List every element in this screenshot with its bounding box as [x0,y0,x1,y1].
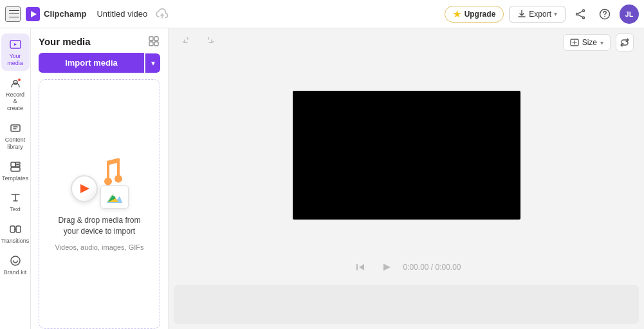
image-card-icon [100,185,129,209]
export-button[interactable]: Export ▾ [509,6,566,23]
drop-zone-illustration [71,157,129,209]
svg-rect-24 [154,42,158,46]
sidebar-label-content-library: Contentlibrary [5,136,26,151]
import-media-button[interactable]: Import media [39,53,144,73]
time-current: 0:00.00 [403,263,428,272]
time-separator: / [431,263,436,272]
svg-rect-22 [154,37,158,41]
upgrade-button[interactable]: ★ Upgrade [445,6,504,23]
brand-kit-icon [8,254,23,268]
your-media-icon [8,37,23,52]
play-circle-icon [71,175,98,202]
sidebar-item-your-media[interactable]: Yourmedia [1,33,30,71]
sidebar-label-your-media: Yourmedia [7,53,23,67]
share-network-button[interactable] [571,5,590,24]
undo-button[interactable] [179,33,197,52]
media-drop-zone[interactable]: Drag & drop media from your device to im… [39,79,160,329]
svg-point-5 [576,13,578,15]
record-create-icon [8,76,23,90]
svg-point-12 [18,79,21,81]
cloud-save-icon [155,7,169,21]
drop-zone-secondary-text: Videos, audio, images, GIFs [55,243,144,251]
svg-rect-19 [16,226,21,232]
export-chevron-icon: ▾ [554,10,557,17]
sidebar-label-transitions: Transitions [1,238,30,245]
import-button-row: Import media ▾ [31,53,168,79]
time-display: 0:00.00 / 0:00.00 [403,263,461,272]
sidebar-item-text[interactable]: Text [1,187,30,217]
svg-rect-33 [356,264,358,270]
transitions-icon [8,222,23,236]
sidebar-item-brand-kit[interactable]: Brand kit [1,250,30,280]
size-chevron-icon: ▾ [600,39,603,46]
sidebar-label-brand-kit: Brand kit [4,269,27,276]
content-library-icon [8,121,23,135]
svg-point-3 [583,10,585,12]
share-icon [575,8,586,20]
editor-area: Size ▾ [169,28,644,329]
video-preview-area [169,57,644,253]
avatar-initials: JL [625,10,634,18]
app-name-label: Clipchamp [44,9,86,19]
sidebar-item-content-library[interactable]: Contentlibrary [1,117,30,155]
toolbar-center: Size ▾ [563,33,634,52]
svg-rect-16 [15,165,20,167]
drop-zone-primary-text: Drag & drop media from your device to im… [52,215,147,237]
svg-rect-13 [11,125,20,131]
panel-header: Your media [31,28,168,53]
sidebar-item-record-create[interactable]: Record &create [1,72,30,116]
editor-toolbar: Size ▾ [169,28,644,57]
play-button[interactable] [377,258,395,276]
user-avatar-button[interactable]: JL [620,5,639,24]
undo-icon [183,37,193,48]
topbar-right: ★ Upgrade Export ▾ [445,5,639,24]
sidebar-nav: Yourmedia Record &create Contentlibrary [0,28,31,329]
music-note-icon [99,157,125,187]
export-icon [517,10,526,19]
upgrade-label: Upgrade [465,10,496,19]
video-preview [293,91,520,220]
sidebar-label-record-create: Record &create [4,91,27,112]
panel-title: Your media [39,36,91,47]
main-content: Yourmedia Record &create Contentlibrary [0,28,644,329]
expand-panel-button[interactable] [147,35,160,48]
mountain-icon [106,190,124,204]
svg-rect-18 [10,226,15,232]
sidebar-label-templates: Templates [2,175,28,182]
help-button[interactable] [595,5,614,24]
menu-button[interactable] [5,6,21,22]
time-total: 0:00.00 [436,263,461,272]
topbar-left: Clipchamp Untitled video [5,6,441,22]
templates-icon [8,160,23,174]
media-panel: Your media Import media ▾ [31,28,169,329]
toolbar-left [179,33,217,52]
export-label: Export [529,10,551,19]
redo-icon [203,37,214,48]
svg-point-4 [583,17,585,19]
play-icon [380,261,392,273]
playback-controls: 0:00.00 / 0:00.00 [169,253,644,281]
share-preview-button[interactable] [616,33,634,52]
import-media-dropdown-button[interactable]: ▾ [145,53,160,73]
video-title-label[interactable]: Untitled video [97,9,147,19]
text-icon [8,191,23,205]
sidebar-item-transitions[interactable]: Transitions [1,218,30,249]
svg-point-9 [604,16,605,17]
svg-line-7 [578,14,582,17]
star-icon: ★ [453,9,461,19]
timeline-area[interactable] [174,285,639,324]
size-button[interactable]: Size ▾ [563,34,611,51]
logo-area: Clipchamp [26,7,86,21]
share-preview-icon [620,37,630,48]
sidebar-item-templates[interactable]: Templates [1,156,30,186]
svg-rect-14 [11,162,15,167]
topbar: Clipchamp Untitled video ★ Upgrade Expor… [0,0,644,28]
skip-back-button[interactable] [351,258,369,276]
help-icon [599,8,611,20]
svg-rect-15 [15,162,20,164]
svg-line-6 [578,11,582,14]
svg-point-20 [11,256,20,265]
redo-button[interactable] [199,33,217,52]
svg-rect-23 [149,42,153,46]
skip-back-icon [354,261,366,273]
